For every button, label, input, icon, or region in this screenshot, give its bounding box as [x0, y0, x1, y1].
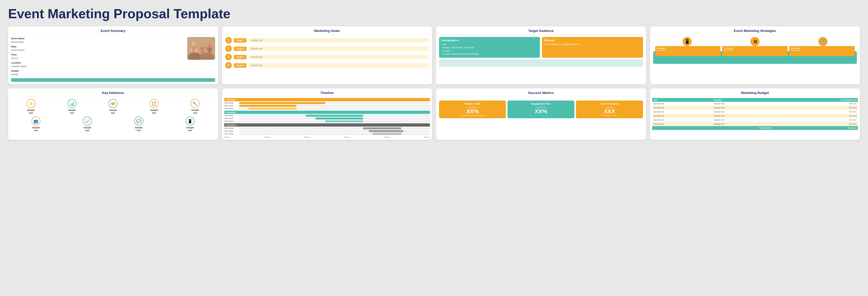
audience-behavior-box: Behavior • List of behaviors of target a… — [542, 37, 643, 58]
event-date-field: Date: XX/XX/XXXX — [11, 45, 185, 52]
budget-cost-1: $X,XXX — [773, 102, 858, 106]
budget-row-1: Sample text Sample text $X,XXX — [652, 102, 858, 106]
budget-item-2: Sample text — [652, 106, 712, 110]
page-title: Event Marketing Proposal Template — [8, 6, 860, 21]
task-label-1-3: Task Name — [224, 107, 238, 110]
task-label-2-3: Task Name — [224, 120, 238, 122]
strategies-cards-row: Strategy 1 Sample text Strategy 2 Sample… — [653, 46, 857, 56]
task-bar-wrap-1-1 — [239, 102, 430, 104]
budget-cost-2: $X,XXX — [773, 106, 858, 110]
goal-badge-3: 3 — [225, 54, 232, 60]
task-label-1-1: Task Name — [224, 102, 238, 104]
metric-engagement-label: Engagement Rate — [508, 103, 574, 106]
goal-row-3: 3 Goal 3 Sample text — [225, 54, 429, 60]
budget-cost-6: $X,XXX — [773, 122, 858, 126]
strategy-icon-3: 🔗 — [818, 37, 828, 46]
metrics-row: Website Traffic Increase by XX% (measure… — [439, 101, 643, 118]
task-label-3-1: Task Name — [224, 127, 238, 129]
card-timeline-body: Campaign 1 Task Name Task Name Task Name — [222, 96, 432, 140]
initiative-label-8: Sampletext — [134, 126, 144, 132]
budget-col-supplier: Supplier — [712, 98, 773, 102]
initiative-icon-2: 📊 — [67, 99, 76, 108]
initiative-item-8: 💬 Sampletext — [134, 117, 144, 132]
card-timeline-title: Timeline — [222, 88, 432, 96]
budget-row-6: Sample text Sample text $X,XXX — [652, 122, 858, 126]
card-target-audience-body: Demographics • Age: • Gender: XX% female… — [436, 34, 646, 69]
budget-table: Item Supplier Anticipated Cost Sample te… — [652, 98, 858, 130]
initiative-item-7: 📈 Sampletext — [83, 117, 92, 132]
card-marketing-goals-title: Marketing Goals — [222, 26, 432, 34]
metric-engagement-value: XX% — [508, 108, 574, 114]
campaign-2-header: Campaign 2 — [224, 111, 430, 114]
campaign-1: Campaign 1 Task Name Task Name Task Name — [224, 98, 430, 110]
card-marketing-goals: Marketing Goals 1 Goal 1 Sample text 2 G… — [222, 26, 432, 84]
demographics-text: • Age: • Gender: XX% female, XX% male • … — [441, 43, 538, 56]
goal-bar-4: Sample text — [249, 63, 429, 68]
task-bar-wrap-1-2 — [239, 105, 430, 107]
budget-item-5: Sample text — [652, 118, 712, 122]
card-strategies: Event Marketing Strategies 📱 Strategy 1 … — [650, 26, 860, 84]
task-row-3-2: Task Name — [224, 130, 430, 132]
goal-row-1: 1 Goal 1 Sample text — [225, 37, 429, 43]
budget-col-cost: Anticipated Cost — [773, 98, 858, 102]
task-row-2-3: Task Name — [224, 120, 430, 122]
goal-row-2: 2 Goal 2 Sample text — [225, 45, 429, 52]
card-budget: Marketing Budget Item Supplier Anticipat… — [650, 88, 860, 140]
initiative-label-2: Sampletext — [52, 109, 92, 114]
card-event-summary: Event Summary Event Name: Event Name Dat… — [8, 26, 218, 84]
budget-cost-5: $X,XXX — [773, 118, 858, 122]
initiative-icon-1: ⚙ — [26, 99, 35, 108]
budget-header-row: Item Supplier Anticipated Cost — [652, 98, 858, 102]
initiative-label-4: Sampletext — [134, 109, 174, 114]
card-key-initiatives-body: ⚙ Sampletext 📊 Sampletext 🤝 Sampletext 📋… — [8, 96, 218, 136]
strategy-mini-card-1: Strategy 1 Sample text — [655, 46, 721, 56]
goal-bar-2: Sample text — [249, 46, 429, 51]
initiative-label-7: Sampletext — [83, 126, 92, 132]
week-1: Week 1 — [224, 136, 230, 138]
initiative-icon-3: 🤝 — [108, 99, 118, 108]
card-key-initiatives-title: Key Initiatives — [8, 88, 218, 96]
budget-item-6: Sample text — [652, 122, 712, 126]
svg-point-4 — [191, 42, 196, 46]
initiative-icon-8: 💬 — [134, 117, 144, 126]
initiative-label-9: Sampletext — [185, 126, 194, 132]
main-grid: Event Summary Event Name: Event Name Dat… — [8, 26, 860, 140]
svg-point-6 — [200, 42, 205, 47]
task-bar-1-2 — [239, 105, 297, 107]
budget-total-value: $XX,XXX — [773, 126, 858, 130]
initiative-item-2: 📊 Sampletext — [52, 99, 92, 114]
task-bar-wrap-2-3 — [239, 120, 430, 122]
event-summary-image — [187, 37, 215, 60]
initiative-item-9: 📱 Sampletext — [185, 117, 194, 132]
svg-point-12 — [208, 43, 212, 47]
task-bar-wrap-3-2 — [239, 130, 430, 132]
budget-table-body: Sample text Sample text $X,XXX Sample te… — [652, 102, 858, 130]
task-bar-3-1 — [363, 127, 401, 129]
budget-supplier-2: Sample text — [712, 106, 773, 110]
metric-engagement-rate: Engagement Rate Improve by XX% — [507, 101, 575, 118]
timeline-weeks: Week 1 Week 2 Week 3 Week 4 Week 5 Week … — [224, 136, 430, 138]
card-marketing-goals-body: 1 Goal 1 Sample text 2 Goal 2 Sample tex… — [222, 34, 432, 73]
task-bar-wrap-2-1 — [239, 115, 430, 117]
goal-badge-1: 1 — [225, 37, 232, 43]
task-bar-wrap-3-3 — [239, 133, 430, 135]
budget-supplier-4: Sample text — [712, 114, 773, 118]
metric-traffic-label: Website Traffic — [440, 103, 505, 106]
card-success-metrics-body: Website Traffic Increase by XX% (measure… — [436, 96, 646, 121]
goal-label-3: Goal 3 — [234, 55, 247, 59]
task-row-3-3: Task Name — [224, 133, 430, 135]
initiatives-row-1: ⚙ Sampletext 📊 Sampletext 🤝 Sampletext 📋… — [11, 99, 215, 114]
metric-lead-value: XXX — [577, 108, 642, 114]
card-budget-title: Marketing Budget — [650, 88, 860, 96]
card-strategies-body: 📱 Strategy 1 🖥 Strategy 2 🔗 Strategy 3 S… — [650, 34, 860, 64]
card-event-summary-body: Event Name: Event Name Date: XX/XX/XXXX … — [8, 34, 218, 84]
initiative-label-6: Sampletext — [31, 126, 40, 132]
week-5: Week 5 — [383, 136, 390, 138]
budget-item-4: Sample text — [652, 114, 712, 118]
initiative-item-6: 👥 Sampletext — [31, 117, 40, 132]
card-target-audience-title: Target Audience — [436, 26, 646, 34]
card-strategies-title: Event Marketing Strategies — [650, 26, 860, 34]
budget-col-item: Item — [652, 98, 712, 102]
task-label-3-3: Task Name — [224, 133, 238, 135]
task-bar-3-2 — [369, 130, 403, 132]
